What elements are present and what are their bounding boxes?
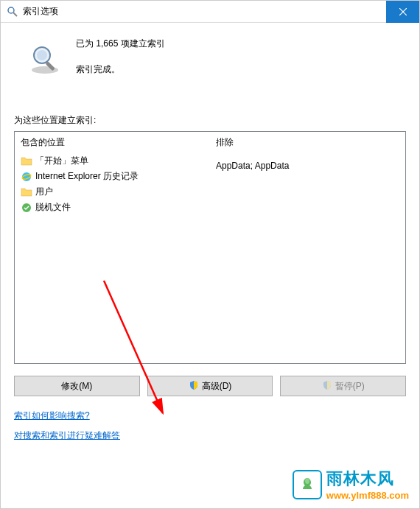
index-options-icon [7, 6, 18, 18]
indexed-count-text: 已为 1,665 项建立索引 [76, 38, 165, 50]
list-item[interactable]: Internet Explorer 历史记录 [21, 169, 204, 184]
offline-files-icon [21, 202, 32, 214]
titlebar: 索引选项 [1, 1, 419, 23]
dialog-content: 已为 1,665 项建立索引 索引完成。 为这些位置建立索引: 包含的位置 「开… [1, 23, 419, 460]
locations-list: 包含的位置 「开始」菜单 Internet Explorer 历史记录 用户 脱… [14, 131, 406, 364]
watermark-logo-icon [293, 470, 322, 499]
help-links: 索引如何影响搜索? 对搜索和索引进行疑难解答 [14, 410, 406, 449]
watermark-url: www.ylmf888.com [326, 490, 409, 501]
button-label: 暂停(P) [335, 380, 365, 393]
folder-icon [21, 186, 32, 198]
locations-label: 为这些位置建立索引: [14, 114, 406, 127]
button-label: 高级(D) [202, 380, 232, 393]
shield-icon [322, 380, 332, 393]
list-item[interactable]: 用户 [21, 184, 204, 200]
excluded-row: AppData; AppData [216, 159, 399, 172]
list-item[interactable]: 「开始」菜单 [21, 153, 204, 169]
status-area: 已为 1,665 项建立索引 索引完成。 [14, 33, 406, 77]
svg-point-6 [37, 50, 47, 60]
index-status-text: 索引完成。 [76, 63, 165, 76]
watermark: 雨林木风 www.ylmf888.com [293, 468, 409, 501]
troubleshoot-link[interactable]: 对搜索和索引进行疑难解答 [14, 429, 120, 442]
excluded-row [216, 172, 399, 175]
list-item-label: 用户 [35, 186, 53, 198]
list-item-label: 脱机文件 [35, 201, 71, 214]
pause-button: 暂停(P) [280, 376, 406, 396]
included-column-header: 包含的位置 [21, 136, 204, 149]
list-item-label: 「开始」菜单 [35, 155, 88, 167]
svg-point-4 [32, 66, 58, 74]
modify-button[interactable]: 修改(M) [14, 376, 140, 396]
folder-icon [21, 155, 32, 167]
ie-icon [21, 171, 32, 183]
button-label: 修改(M) [61, 380, 92, 393]
list-item[interactable]: 脱机文件 [21, 200, 204, 215]
svg-line-1 [13, 13, 17, 16]
excluded-column-header: 排除 [216, 136, 399, 149]
svg-point-0 [8, 7, 14, 13]
window-title: 索引选项 [23, 5, 386, 18]
close-button[interactable] [386, 1, 419, 23]
watermark-brand: 雨林木风 [326, 468, 409, 490]
advanced-button[interactable]: 高级(D) [147, 376, 273, 396]
how-affects-search-link[interactable]: 索引如何影响搜索? [14, 410, 90, 422]
button-row: 修改(M) 高级(D) 暂停(P) [14, 376, 406, 396]
list-item-label: Internet Explorer 历史记录 [35, 170, 139, 183]
search-magnifier-icon [27, 42, 63, 77]
shield-icon [189, 380, 199, 393]
svg-point-12 [305, 478, 309, 484]
